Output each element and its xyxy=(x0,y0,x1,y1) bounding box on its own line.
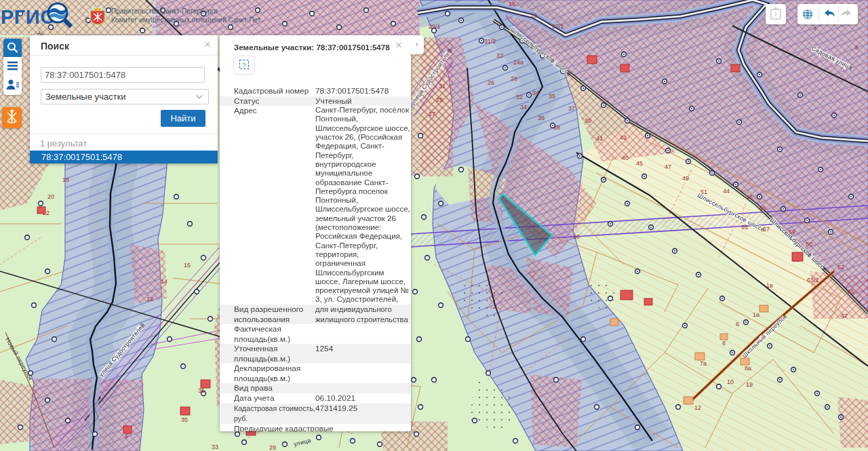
svg-text:4: 4 xyxy=(813,25,816,32)
svg-text:44: 44 xyxy=(723,188,730,195)
svg-text:45: 45 xyxy=(636,160,643,167)
svg-text:10: 10 xyxy=(727,378,734,385)
svg-text:18: 18 xyxy=(62,176,69,183)
svg-text:32: 32 xyxy=(516,94,523,100)
svg-text:35: 35 xyxy=(549,93,555,100)
svg-text:1в: 1в xyxy=(766,282,773,289)
svg-text:41: 41 xyxy=(596,135,603,142)
svg-text:26: 26 xyxy=(488,79,494,86)
svg-text:6: 6 xyxy=(855,44,859,51)
svg-text:7а: 7а xyxy=(700,360,707,367)
svg-text:33: 33 xyxy=(212,444,218,450)
svg-text:52: 52 xyxy=(837,264,844,271)
svg-text:47: 47 xyxy=(665,163,671,170)
svg-text:36: 36 xyxy=(538,115,545,121)
svg-text:39: 39 xyxy=(585,117,591,124)
svg-text:1а: 1а xyxy=(753,311,760,318)
svg-text:29: 29 xyxy=(436,96,443,103)
svg-text:43: 43 xyxy=(620,134,627,141)
svg-text:65: 65 xyxy=(848,288,854,295)
svg-text:37: 37 xyxy=(568,105,575,112)
svg-text:35: 35 xyxy=(181,416,188,423)
svg-text:?: ? xyxy=(242,61,245,68)
svg-text:9: 9 xyxy=(125,433,128,439)
svg-text:29: 29 xyxy=(269,444,276,451)
svg-text:33: 33 xyxy=(496,52,503,59)
svg-text:19: 19 xyxy=(746,381,753,388)
svg-text:34: 34 xyxy=(532,90,539,96)
svg-text:31/2: 31/2 xyxy=(484,38,496,45)
svg-text:38: 38 xyxy=(573,233,580,240)
svg-text:27/1: 27/1 xyxy=(552,23,564,30)
svg-text:67: 67 xyxy=(841,313,848,319)
svg-text:63/1: 63/1 xyxy=(807,277,819,283)
svg-text:12: 12 xyxy=(146,296,153,302)
svg-text:27: 27 xyxy=(429,111,435,117)
svg-text:31: 31 xyxy=(439,83,446,90)
svg-text:55: 55 xyxy=(741,224,748,231)
svg-text:48: 48 xyxy=(759,205,766,212)
svg-text:24а: 24а xyxy=(513,59,524,66)
svg-text:28: 28 xyxy=(511,75,517,82)
svg-text:35: 35 xyxy=(198,387,205,394)
svg-text:8а: 8а xyxy=(745,365,751,372)
svg-text:18: 18 xyxy=(509,1,515,7)
svg-text:49: 49 xyxy=(682,175,689,182)
svg-text:50: 50 xyxy=(806,241,812,248)
svg-text:40: 40 xyxy=(622,155,629,161)
svg-text:38: 38 xyxy=(553,124,560,131)
svg-text:8: 8 xyxy=(722,340,726,347)
svg-text:16: 16 xyxy=(184,262,191,269)
svg-text:14: 14 xyxy=(161,278,167,285)
svg-text:29/1: 29/1 xyxy=(429,23,441,30)
svg-text:46: 46 xyxy=(746,194,753,201)
svg-text:12: 12 xyxy=(694,404,701,411)
svg-text:20: 20 xyxy=(47,193,54,200)
svg-text:34: 34 xyxy=(520,104,527,111)
svg-text:6: 6 xyxy=(736,321,739,328)
svg-text:20: 20 xyxy=(530,12,537,19)
